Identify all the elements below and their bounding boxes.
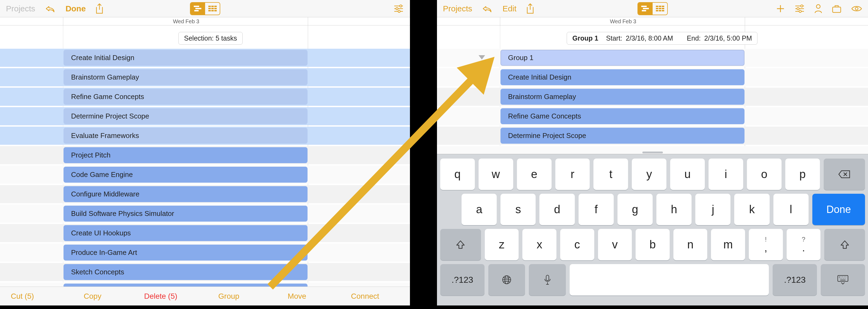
key-a[interactable]: a: [462, 194, 497, 225]
task-bar[interactable]: Determine Project Scope: [63, 108, 308, 124]
task-bar[interactable]: Determine Project Scope: [500, 128, 744, 144]
view-segmented-control[interactable]: [638, 2, 668, 15]
key-k[interactable]: k: [734, 194, 769, 225]
key-p[interactable]: p: [785, 159, 820, 190]
task-bar[interactable]: Refine Game Concepts: [63, 89, 308, 105]
shift-key[interactable]: [824, 229, 865, 260]
key-f[interactable]: f: [579, 194, 614, 225]
key-m[interactable]: m: [711, 229, 745, 260]
globe-key[interactable]: [488, 264, 525, 296]
done-key[interactable]: Done: [812, 194, 865, 225]
share-icon[interactable]: [95, 3, 104, 15]
edit-button[interactable]: Edit: [502, 4, 517, 13]
onscreen-keyboard[interactable]: qwertyuiop asdfghjklDone zxcvbnm!,?. .?1…: [437, 154, 868, 306]
delete-button[interactable]: Delete (5): [127, 292, 195, 301]
task-row[interactable]: Refine Game Concepts: [437, 107, 868, 125]
key-j[interactable]: j: [695, 194, 731, 225]
key-s[interactable]: s: [500, 194, 536, 225]
group-button[interactable]: Group: [195, 292, 263, 301]
task-row[interactable]: Brainstorm Gameplay: [0, 68, 410, 86]
task-row[interactable]: Configure Middleware: [0, 185, 410, 203]
task-row[interactable]: Refine Game Concepts: [0, 88, 410, 106]
key-x[interactable]: x: [522, 229, 556, 260]
key-d[interactable]: d: [539, 194, 575, 225]
view-segmented-control[interactable]: [190, 2, 220, 15]
eye-icon[interactable]: [851, 5, 862, 12]
task-bar[interactable]: Produce In-Game Art: [63, 245, 308, 260]
task-bar[interactable]: Create Initial Design: [63, 50, 308, 66]
group-detail-pill[interactable]: Group 1 Start: 2/3/16, 8:00 AM End: 2/3/…: [567, 32, 757, 45]
task-row[interactable]: Sketch Concepts: [0, 263, 410, 281]
key-v[interactable]: v: [598, 229, 632, 260]
task-row[interactable]: Project Pitch: [0, 146, 410, 164]
group-title-label[interactable]: Group 1: [508, 54, 533, 62]
task-row[interactable]: Create Initial Design: [0, 49, 410, 67]
back-projects-button[interactable]: Projects: [443, 4, 472, 13]
key-q[interactable]: q: [440, 159, 475, 190]
task-row[interactable]: Code Game Engine: [0, 166, 410, 184]
numeric-key[interactable]: .?123: [440, 264, 485, 296]
task-bar[interactable]: Project Pitch: [63, 147, 308, 163]
gantt-content[interactable]: Selection: 5 tasks Create Initial Design…: [0, 25, 410, 286]
person-icon[interactable]: [814, 4, 822, 13]
undo-icon[interactable]: [481, 4, 493, 13]
gantt-content[interactable]: Group 1 Start: 2/3/16, 8:00 AM End: 2/3/…: [437, 25, 868, 154]
task-row[interactable]: Brainstorm Gameplay: [437, 88, 868, 106]
task-row[interactable]: Determine Project Scope: [0, 107, 410, 125]
task-bar[interactable]: Brainstorm Gameplay: [500, 89, 744, 105]
move-button[interactable]: Move: [263, 292, 331, 301]
copy-button[interactable]: Copy: [58, 292, 126, 301]
key-o[interactable]: o: [747, 159, 781, 190]
key-t[interactable]: t: [593, 159, 628, 190]
dismiss-keyboard-key[interactable]: [821, 264, 865, 296]
share-icon[interactable]: [526, 3, 535, 15]
key-h[interactable]: h: [656, 194, 691, 225]
cut-button[interactable]: Cut (5): [11, 292, 58, 301]
task-row[interactable]: Create Initial Design: [437, 68, 868, 86]
undo-icon[interactable]: [44, 4, 56, 13]
keyboard-grabber[interactable]: [642, 151, 663, 153]
task-row[interactable]: Evaluate Frameworks: [0, 127, 410, 145]
key-b[interactable]: b: [636, 229, 670, 260]
key-y[interactable]: y: [632, 159, 666, 190]
space-key[interactable]: [570, 264, 769, 296]
key-i[interactable]: i: [709, 159, 743, 190]
task-bar[interactable]: Sketch Concepts: [63, 264, 308, 280]
task-bar[interactable]: Create UI Hookups: [63, 225, 308, 241]
disclosure-triangle-icon[interactable]: [477, 54, 486, 62]
task-bar[interactable]: Refine Game Concepts: [500, 108, 744, 124]
backspace-key[interactable]: [824, 159, 865, 190]
done-button[interactable]: Done: [65, 4, 86, 13]
add-icon[interactable]: [776, 4, 785, 13]
key-n[interactable]: n: [674, 229, 708, 260]
key-comma[interactable]: !,: [749, 229, 783, 260]
key-r[interactable]: r: [555, 159, 590, 190]
task-bar[interactable]: Code Game Engine: [63, 167, 308, 182]
key-g[interactable]: g: [618, 194, 653, 225]
key-period[interactable]: ?.: [787, 229, 821, 260]
task-row[interactable]: Create UI Hookups: [0, 224, 410, 242]
view-gantt-icon[interactable]: [638, 3, 653, 15]
filter-icon[interactable]: [794, 4, 805, 13]
view-gantt-icon[interactable]: [190, 3, 205, 15]
key-z[interactable]: z: [485, 229, 519, 260]
task-row[interactable]: Group 1: [437, 49, 868, 67]
key-c[interactable]: c: [560, 229, 594, 260]
key-w[interactable]: w: [478, 159, 513, 190]
task-bar[interactable]: Build Software Physics Simulator: [63, 206, 308, 222]
task-row[interactable]: Build Software Physics Simulator: [0, 204, 410, 223]
filter-icon[interactable]: [393, 4, 404, 13]
shift-key[interactable]: [440, 229, 481, 260]
connect-button[interactable]: Connect: [331, 292, 399, 301]
key-e[interactable]: e: [517, 159, 552, 190]
view-list-icon[interactable]: [653, 3, 667, 15]
task-row[interactable]: Determine Project Scope: [437, 127, 868, 145]
key-l[interactable]: l: [773, 194, 809, 225]
task-bar[interactable]: Brainstorm Gameplay: [63, 69, 308, 85]
task-bar[interactable]: Evaluate Frameworks: [63, 128, 308, 144]
briefcase-icon[interactable]: [832, 4, 842, 13]
view-list-icon[interactable]: [205, 3, 220, 15]
key-u[interactable]: u: [670, 159, 705, 190]
task-bar[interactable]: Configure Middleware: [63, 186, 308, 202]
numeric-key[interactable]: .?123: [773, 264, 817, 296]
